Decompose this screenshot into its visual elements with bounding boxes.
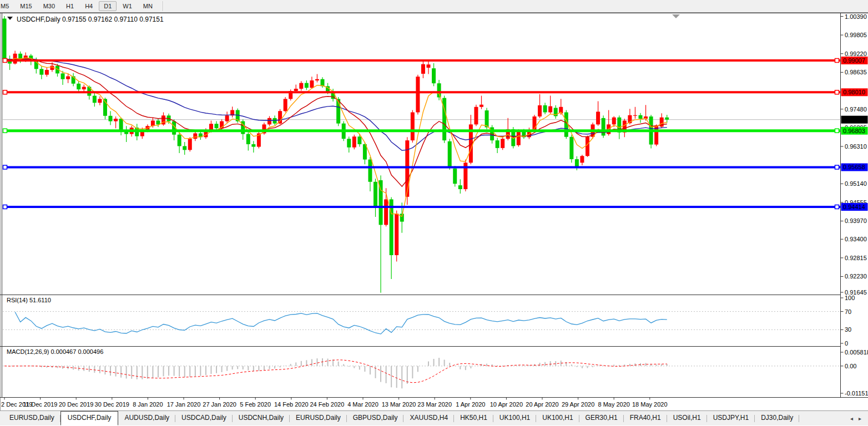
candle [82, 87, 86, 90]
candle [119, 119, 123, 131]
timeframe-button-m5[interactable]: M5 [0, 1, 14, 11]
price-axis-label: 0.95140 [845, 180, 867, 187]
date-label: 20 Apr 2020 [526, 401, 558, 408]
candle [310, 80, 314, 88]
price-axis-label: 0.96310 [845, 143, 867, 150]
toolbar-separator [163, 1, 164, 11]
date-label: 24 Feb 2020 [310, 401, 345, 408]
date-label: 30 Dec 2019 [95, 401, 129, 408]
timeframe-button-w1[interactable]: W1 [118, 1, 137, 11]
level-price-tag-text: 0.94414 [843, 204, 865, 210]
tab-xauusd-h4[interactable]: XAUUSD,H4 [403, 411, 454, 425]
candle [114, 119, 118, 121]
tab-eurusd-daily[interactable]: EURUSD,Daily [290, 411, 347, 425]
tab-ger30-h1[interactable]: GER30,H1 [579, 411, 624, 425]
candle [411, 113, 415, 141]
hline-handle[interactable] [835, 165, 839, 169]
candle [109, 116, 113, 121]
candle [602, 118, 605, 136]
candle [538, 105, 542, 116]
rsi-axis-label: 70 [845, 308, 851, 315]
timeframe-button-m15[interactable]: M15 [15, 1, 37, 11]
candle [278, 111, 282, 123]
hline-handle[interactable] [835, 59, 839, 63]
level-price-tag-text: 0.95658 [843, 164, 865, 170]
candle [405, 140, 409, 197]
rsi-axis-label: 100 [845, 295, 855, 301]
hline-handle[interactable] [835, 205, 839, 209]
candle [448, 141, 452, 167]
candle [374, 182, 377, 207]
candle [299, 83, 303, 89]
tab-scroll-left-icon[interactable]: ◂ [850, 415, 853, 422]
candle [93, 96, 97, 103]
candle [77, 84, 80, 89]
hline-handle[interactable] [3, 129, 7, 133]
candle [437, 83, 441, 97]
price-axis-label: 0.99220 [845, 50, 867, 57]
candle [294, 89, 298, 91]
tab-usdjpy-h1[interactable]: USDJPY,H1 [707, 411, 755, 425]
candle [548, 106, 552, 113]
level-price-tag-text: 0.99007 [843, 57, 865, 64]
price-axis-label: 0.98635 [845, 69, 867, 75]
candle [421, 64, 425, 74]
macd-label: MACD(12,26,9) 0.000467 0.000496 [7, 348, 103, 355]
hline-handle[interactable] [3, 59, 7, 63]
tab-fra40-h1[interactable]: FRA40,H1 [624, 411, 667, 425]
price-axis-label: 0.92815 [845, 255, 867, 261]
rsi-axis-label: 0 [845, 340, 848, 347]
tab-usoil-h1[interactable]: USOil,H1 [667, 411, 707, 425]
date-label: 20 Dec 2019 [59, 401, 93, 408]
date-label: 4 Mar 2020 [347, 401, 379, 408]
timeframe-button-h4[interactable]: H4 [80, 1, 98, 11]
timeframe-button-mn[interactable]: MN [138, 1, 158, 11]
timeframe-button-d1[interactable]: D1 [99, 1, 117, 11]
tab-gbpusd-daily[interactable]: GBPUSD,Daily [347, 411, 404, 425]
tab-audusd-daily[interactable]: AUDUSD,Daily [118, 411, 175, 425]
hline-handle[interactable] [3, 165, 7, 169]
candle [580, 156, 584, 163]
candle [61, 73, 65, 79]
candle [569, 137, 573, 159]
tab-usdchf-daily[interactable]: USDCHF,Daily [60, 411, 119, 425]
candle [485, 110, 489, 127]
candle [45, 70, 49, 75]
date-label: 18 May 2020 [632, 401, 668, 408]
hline-handle[interactable] [3, 205, 7, 209]
candle [246, 134, 250, 144]
tab-scroll-right-icon[interactable]: ▸ [859, 415, 861, 422]
candle [586, 137, 589, 156]
candle [268, 118, 271, 124]
price-axis-label: 0.97480 [845, 106, 867, 113]
candle [3, 19, 7, 59]
tab-hk50-h1[interactable]: HK50,H1 [454, 411, 493, 425]
chart-area[interactable]: 1.003900.998050.992200.986350.974800.968… [0, 12, 868, 410]
hline-handle[interactable] [835, 90, 839, 94]
candle [193, 133, 197, 139]
candle [156, 120, 160, 124]
tab-dj30-daily[interactable]: DJ30,Daily [755, 411, 799, 425]
tab-usdcad-daily[interactable]: USDCAD,Daily [175, 411, 233, 425]
candle [543, 105, 547, 113]
candle [416, 77, 420, 112]
hline-handle[interactable] [835, 129, 839, 133]
candle [284, 99, 287, 111]
price-axis-label: 0.99805 [845, 32, 867, 38]
candle [305, 83, 309, 88]
timeframe-button-h1[interactable]: H1 [61, 1, 79, 11]
candle [352, 136, 356, 148]
tab-usdcnh-daily[interactable]: USDCNH,Daily [233, 411, 290, 425]
tab-eurusd-daily[interactable]: EURUSD,Daily [3, 411, 60, 425]
date-label: 14 Feb 2020 [274, 401, 309, 408]
candle [384, 199, 388, 225]
price-axis-label: 0.92230 [845, 273, 867, 280]
hline-handle[interactable] [3, 90, 7, 94]
timeframe-button-m30[interactable]: M30 [38, 1, 60, 11]
candle [215, 124, 219, 128]
candle [639, 115, 643, 119]
rsi-axis-label: 30 [845, 326, 851, 333]
tab-uk100-h1[interactable]: UK100,H1 [493, 411, 536, 425]
tab-uk100-h1[interactable]: UK100,H1 [536, 411, 579, 425]
candle [39, 69, 43, 74]
